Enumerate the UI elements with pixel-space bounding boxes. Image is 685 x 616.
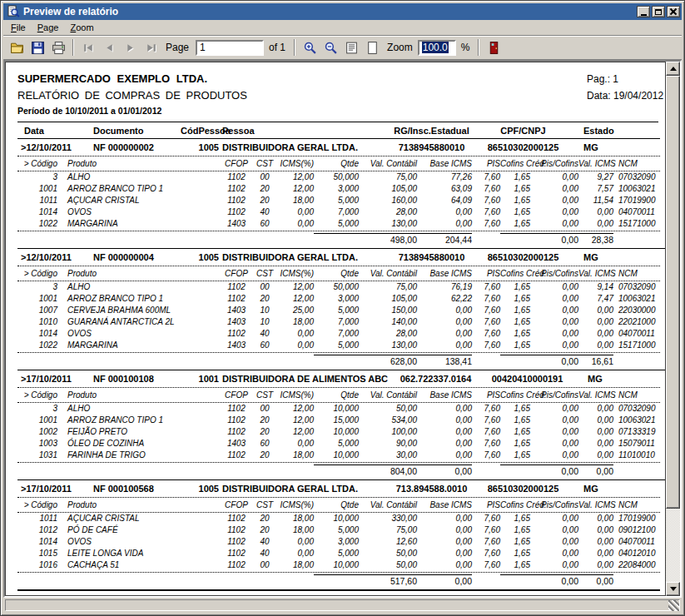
detail-col-5: Qtde	[314, 158, 359, 169]
cell-6: 105,00	[359, 183, 417, 195]
group-cnpj: 00420410000191	[484, 373, 571, 385]
subtotal-val-icms: 0,00	[578, 574, 613, 587]
group-rg: 062.722337.0164	[388, 373, 484, 385]
main-col-0: Data	[17, 126, 89, 136]
cell-2: 1102	[221, 281, 252, 293]
next-page-button[interactable]	[120, 37, 140, 57]
cell-10: 0,00	[530, 183, 578, 195]
cell-8: 7,60	[472, 438, 500, 450]
print-button[interactable]	[48, 37, 68, 57]
save-icon	[31, 41, 45, 55]
cell-7: 0,00	[417, 513, 472, 524]
cell-0: 1011	[17, 195, 57, 206]
cell-5: 5,000	[314, 438, 359, 450]
cell-10: 0,00	[530, 513, 578, 524]
cell-12: 15171000	[613, 218, 660, 230]
group-rg: 7138945880010	[384, 142, 479, 154]
zoom-input[interactable]: 100.0	[418, 40, 456, 56]
menu-item-zoom[interactable]: Zoom	[64, 21, 99, 34]
group-pessoa: DISTRIBUIDORA GERAL LTDA.	[219, 142, 384, 154]
cell-0: 1014	[17, 536, 57, 548]
subtotal-val-contabil: 498,00	[314, 233, 417, 246]
detail-col-7: Base ICMS	[417, 499, 472, 510]
window-title: Preview de relatório	[23, 6, 637, 17]
cell-3: 20	[252, 415, 277, 426]
cell-8: 7,60	[472, 426, 500, 438]
group-subtotal-row: 804,000,000,000,00	[17, 462, 660, 479]
cell-12: 07032090	[613, 281, 660, 293]
last-page-button[interactable]	[141, 37, 161, 57]
status-panel	[5, 599, 680, 611]
cell-1: GUARANÁ ANTARCTICA 2L	[57, 316, 221, 328]
maximize-button[interactable]	[652, 6, 665, 17]
resize-grip[interactable]	[668, 600, 679, 611]
cell-4: 12,00	[277, 403, 314, 415]
save-button[interactable]	[27, 37, 47, 57]
report-area: SUPERMERCADO EXEMPLO LTDA. RELATÓRIO DE …	[3, 60, 682, 598]
minimize-button[interactable]	[637, 6, 650, 17]
group-rg: 7138945880010	[384, 251, 479, 264]
open-button[interactable]	[7, 37, 27, 57]
main-col-4: RG/Insc.Estadual	[384, 126, 479, 136]
detail-col-11: Val. ICMS	[578, 390, 613, 400]
cell-0: 1002	[17, 426, 57, 438]
cell-2: 1403	[221, 340, 252, 351]
cell-10: 0,00	[530, 195, 578, 206]
page-width-button[interactable]	[341, 37, 361, 57]
cell-8: 7,60	[472, 403, 500, 415]
subtotal-pis-cofins: 0,00	[500, 464, 578, 477]
grand-total-row: TOTAL GERAL: 2.447,60 342,85 0,00 44,99	[17, 589, 660, 596]
whole-page-button[interactable]	[362, 37, 382, 57]
prev-page-button[interactable]	[99, 37, 119, 57]
zoom-label: Zoom	[383, 42, 417, 53]
detail-col-4: ICMS(%)	[277, 158, 314, 169]
cell-3: 20	[252, 426, 277, 438]
toolbar-separator	[72, 39, 74, 56]
group-date: >17/10/2011	[17, 483, 89, 495]
menu-item-page[interactable]: Page	[32, 21, 65, 34]
scroll-up-button[interactable]	[666, 62, 680, 76]
menu-item-file[interactable]: File	[5, 21, 32, 34]
detail-col-3: CST	[252, 390, 277, 400]
group-pessoa: DISTRIBUIDORA GERAL LTDA.	[219, 251, 384, 264]
cell-6: 75,00	[359, 171, 417, 183]
cell-9: 1,65	[500, 450, 530, 461]
page-input[interactable]: 1	[196, 40, 264, 56]
first-page-button[interactable]	[78, 37, 98, 57]
detail-col-3: CST	[252, 158, 277, 169]
detail-col-2: CFOP	[221, 158, 252, 169]
cell-1: MARGARINA	[57, 340, 221, 351]
subtotal-pis-cofins: 0,00	[500, 233, 578, 246]
cell-2: 1102	[221, 548, 252, 559]
scrollbar-thumb[interactable]	[666, 76, 680, 509]
cell-11: 0,00	[578, 426, 613, 438]
cell-1: ARROZ BRANCO TIPO 1	[57, 293, 221, 305]
cell-3: 10	[252, 305, 277, 316]
close-button[interactable]	[667, 6, 680, 17]
toolbar: Page 1 of 1	[3, 36, 682, 60]
cell-1: ÓLEO DE COZINHA	[57, 438, 221, 450]
cell-4: 12,00	[277, 281, 314, 293]
subtotal-base-icms: 204,44	[417, 233, 472, 246]
scrollbar-track[interactable]	[666, 76, 680, 582]
zoom-in-button[interactable]	[300, 37, 320, 57]
product-row: 1022MARGARINA1403600,005,000130,000,007,…	[17, 218, 660, 230]
detail-col-2: CFOP	[221, 268, 252, 279]
cell-12: 10063021	[613, 183, 660, 195]
cell-7: 0,00	[417, 328, 472, 340]
exit-button[interactable]	[484, 37, 504, 57]
group-date: >12/10/2011	[17, 142, 89, 154]
detail-col-11: Val. ICMS	[578, 158, 613, 169]
product-row: 1002FEIJÃO PRETO11022012,0010,000100,000…	[17, 426, 660, 438]
group-document: NF 000100568	[89, 483, 181, 495]
page-date-block: Pag.: 1 Data: 19/04/2012	[587, 71, 663, 104]
zoom-out-button[interactable]	[320, 37, 340, 57]
zoom-input-value: 100.0	[422, 42, 449, 53]
scroll-down-button[interactable]	[666, 582, 680, 596]
cell-5: 10,000	[314, 559, 359, 571]
cell-6: 160,00	[359, 195, 417, 206]
print-icon	[52, 41, 66, 55]
cell-8: 7,60	[472, 450, 500, 461]
cell-4: 0,00	[277, 548, 314, 559]
vertical-scrollbar[interactable]	[666, 62, 680, 596]
